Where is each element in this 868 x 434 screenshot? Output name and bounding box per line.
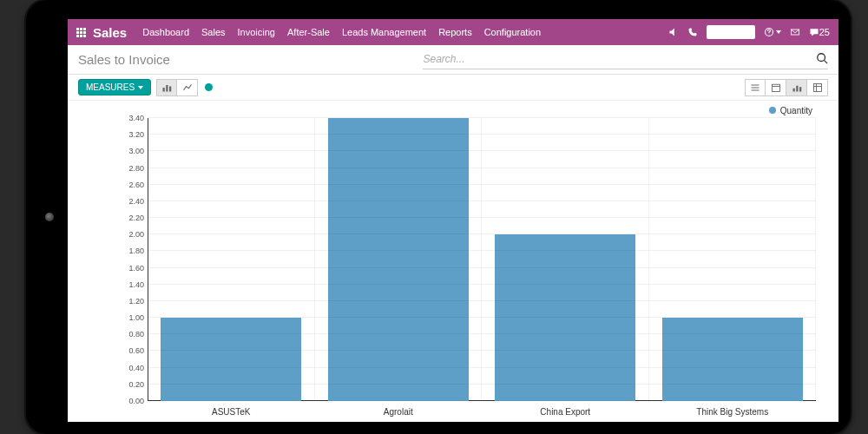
line-chart-button[interactable] bbox=[177, 79, 198, 96]
bar[interactable] bbox=[662, 318, 803, 401]
nav-link-aftersale[interactable]: After-Sale bbox=[287, 27, 330, 37]
grid-line bbox=[148, 201, 816, 201]
y-tick: 2.60 bbox=[120, 181, 144, 189]
grid-line bbox=[148, 117, 816, 118]
nav-link-dashboard[interactable]: Dashboard bbox=[142, 27, 189, 37]
chevron-down-icon bbox=[138, 86, 143, 89]
y-tick: 1.60 bbox=[120, 264, 144, 273]
sound-icon[interactable] bbox=[668, 27, 679, 37]
bar-slot: Agrolait bbox=[315, 118, 483, 401]
grid-line bbox=[148, 284, 816, 285]
grid-line bbox=[148, 250, 816, 251]
nav-link-configuration[interactable]: Configuration bbox=[484, 27, 541, 37]
pivot-view-button[interactable] bbox=[807, 79, 828, 96]
x-label: China Export bbox=[540, 407, 590, 417]
nav-link-invoicing[interactable]: Invoicing bbox=[238, 27, 275, 37]
messages-badge[interactable]: 25 bbox=[809, 27, 830, 37]
grid-line bbox=[148, 333, 816, 334]
pie-icon bbox=[205, 83, 213, 91]
measures-button[interactable]: MEASURES bbox=[78, 79, 151, 95]
y-tick: 2.80 bbox=[120, 164, 144, 173]
y-tick: 0.20 bbox=[120, 380, 144, 389]
device-speaker bbox=[45, 213, 54, 221]
grid-line bbox=[148, 168, 816, 168]
y-tick: 1.00 bbox=[120, 313, 144, 322]
measures-label: MEASURES bbox=[86, 82, 135, 92]
nav-link-leads[interactable]: Leads Management bbox=[342, 27, 426, 37]
svg-rect-7 bbox=[169, 86, 171, 91]
y-axis: 0.000.200.400.600.801.001.201.401.601.80… bbox=[120, 118, 146, 401]
y-tick: 1.40 bbox=[120, 280, 144, 289]
page-title: Sales to Invoice bbox=[78, 52, 170, 67]
svg-line-4 bbox=[825, 60, 828, 63]
x-label: Think Big Systems bbox=[696, 407, 768, 417]
list-view-button[interactable] bbox=[745, 79, 766, 96]
grid-line bbox=[148, 134, 816, 135]
user-menu[interactable] bbox=[707, 25, 755, 39]
y-tick: 3.00 bbox=[120, 147, 144, 155]
nav-links: Dashboard Sales Invoicing After-Sale Lea… bbox=[142, 27, 541, 37]
y-tick: 0.80 bbox=[120, 330, 144, 339]
svg-rect-14 bbox=[796, 85, 798, 91]
y-tick: 0.40 bbox=[120, 364, 144, 372]
help-icon[interactable] bbox=[764, 27, 781, 37]
navbar: Sales Dashboard Sales Invoicing After-Sa… bbox=[68, 19, 838, 45]
y-tick: 0.00 bbox=[120, 397, 144, 405]
phone-icon[interactable] bbox=[687, 27, 698, 37]
y-tick: 3.20 bbox=[120, 130, 144, 139]
grid-line bbox=[148, 150, 816, 151]
bar-chart-button[interactable] bbox=[156, 79, 177, 96]
y-tick: 1.80 bbox=[120, 247, 144, 255]
x-label: Agrolait bbox=[384, 407, 413, 417]
bars-container: ASUSTeKAgrolaitChina ExportThink Big Sys… bbox=[148, 118, 816, 401]
bar-slot: ASUSTeK bbox=[148, 118, 315, 401]
search-icon[interactable] bbox=[816, 52, 828, 67]
search-wrap bbox=[423, 50, 828, 69]
messages-count: 25 bbox=[819, 27, 830, 37]
grid-line bbox=[148, 233, 816, 234]
nav-right: 25 bbox=[668, 25, 830, 39]
search-input[interactable] bbox=[423, 53, 816, 65]
chart-legend: Quantity bbox=[68, 101, 838, 116]
grid-line bbox=[148, 350, 816, 351]
bar[interactable] bbox=[495, 234, 635, 401]
y-tick: 1.20 bbox=[120, 297, 144, 306]
calendar-view-button[interactable] bbox=[766, 79, 786, 96]
graph-view-button[interactable] bbox=[786, 79, 807, 96]
y-tick: 2.20 bbox=[120, 214, 144, 222]
y-tick: 0.60 bbox=[120, 346, 144, 355]
x-label: ASUSTeK bbox=[212, 407, 250, 417]
device-frame: Sales Dashboard Sales Invoicing After-Sa… bbox=[26, 0, 851, 434]
grid-line bbox=[148, 184, 816, 185]
svg-rect-6 bbox=[166, 85, 168, 92]
plot: ASUSTeKAgrolaitChina ExportThink Big Sys… bbox=[148, 118, 816, 401]
mail-icon[interactable] bbox=[790, 27, 800, 37]
bar-slot: Think Big Systems bbox=[649, 118, 817, 401]
app-brand[interactable]: Sales bbox=[93, 25, 127, 40]
svg-rect-5 bbox=[163, 88, 165, 92]
chart-area: 0.000.200.400.600.801.001.201.401.601.80… bbox=[68, 116, 838, 422]
nav-link-sales[interactable]: Sales bbox=[201, 27, 226, 37]
grid-line bbox=[148, 384, 816, 385]
view-switcher bbox=[745, 79, 828, 96]
grid-line bbox=[148, 267, 816, 268]
app-screen: Sales Dashboard Sales Invoicing After-Sa… bbox=[68, 19, 838, 422]
svg-point-1 bbox=[768, 35, 769, 36]
svg-rect-11 bbox=[772, 84, 779, 91]
legend-series-name: Quantity bbox=[780, 106, 812, 115]
grid-line bbox=[148, 217, 816, 218]
subbar: Sales to Invoice bbox=[68, 45, 838, 75]
apps-icon[interactable] bbox=[76, 28, 86, 37]
grid-vertical bbox=[815, 118, 816, 401]
bar[interactable] bbox=[328, 118, 469, 401]
controls-row: MEASURES bbox=[68, 75, 838, 101]
svg-point-3 bbox=[818, 53, 825, 61]
grid-line bbox=[148, 400, 816, 401]
grid-line bbox=[148, 300, 816, 301]
bar-slot: China Export bbox=[482, 118, 649, 401]
bar[interactable] bbox=[161, 318, 301, 401]
pie-chart-button[interactable] bbox=[198, 79, 219, 96]
grid-line bbox=[148, 317, 816, 318]
grid-line bbox=[148, 367, 816, 368]
nav-link-reports[interactable]: Reports bbox=[438, 27, 472, 37]
